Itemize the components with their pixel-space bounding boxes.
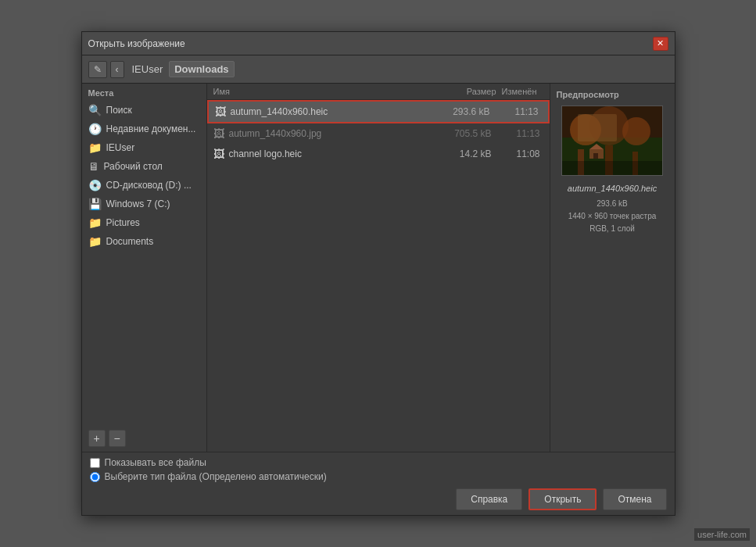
svg-point-4 [622,117,650,145]
show-all-files-label: Показывать все файлы [105,457,206,468]
edit-button[interactable]: ✎ [88,61,107,78]
file-area: Имя Размер Изменён 🖼 autumn_1440x960.hei… [207,84,550,452]
sidebar-item-recent[interactable]: 🕐 Недавние докумен... [82,120,206,138]
file-date-2: 11:08 [496,148,543,159]
file-date-0: 11:13 [495,106,542,117]
open-button[interactable]: Открыть [528,488,597,510]
bottom-actions: Справка Открыть Отмена [90,488,667,510]
cancel-button[interactable]: Отмена [603,488,666,510]
file-size-2: 14.2 kB [429,148,492,159]
dialog-title: Открыть изображение [88,38,185,49]
sidebar-item-ieuser[interactable]: 📁 IEUser [82,138,206,157]
svg-rect-10 [593,153,598,159]
file-row-2[interactable]: 🖼 channel logo.heic 14.2 kB 11:08 [207,144,550,164]
file-type-radio[interactable] [90,472,100,482]
breadcrumb: IEUser Downloads [127,61,235,77]
sidebar-label-windows: Windows 7 (C:) [106,198,170,209]
desktop-icon: 🖥 [88,160,99,173]
drive-icon: 💾 [88,198,102,210]
add-bookmark-button[interactable]: + [88,430,106,447]
svg-point-3 [589,106,629,145]
col-header-date: Изменён [496,87,543,96]
breadcrumb-ieuser[interactable]: IEUser [127,62,168,77]
sidebar-item-documents[interactable]: 📁 Documents [82,232,206,251]
preview-panel: Предпросмотр [550,84,675,452]
bottom-bar: Показывать все файлы Выберите тип файла … [82,452,675,515]
sidebar-item-windows[interactable]: 💾 Windows 7 (C:) [82,195,206,213]
sidebar-label-ieuser: IEUser [106,142,135,153]
remove-bookmark-button[interactable]: − [109,430,126,447]
sidebar-label-search: Поиск [106,105,132,116]
sidebar-label-desktop: Рабочий стол [104,161,163,172]
help-button[interactable]: Справка [456,488,522,510]
sidebar: Места 🔍 Поиск 🕐 Недавние докумен... 📁 IE… [82,84,207,452]
col-header-name: Имя [213,87,434,96]
folder-icon-1: 📁 [88,141,102,154]
file-type-label: Выберите тип файла (Определено автоматич… [105,471,327,482]
show-all-files-checkbox[interactable] [90,458,100,468]
sidebar-item-desktop[interactable]: 🖥 Рабочий стол [82,157,206,176]
file-type-row[interactable]: Выберите тип файла (Определено автоматич… [90,471,667,482]
bottom-options: Показывать все файлы Выберите тип файла … [90,457,667,482]
svg-rect-11 [562,161,663,176]
preview-image [561,105,663,176]
sidebar-bottom: + − [82,425,206,452]
toolbar: ✎ ‹ IEUser Downloads [82,55,675,84]
file-row-0[interactable]: 🖼 autumn_1440x960.heic 293.6 kB 11:13 [207,100,550,123]
sidebar-item-cd[interactable]: 💿 CD-дисковод (D:) ... [82,176,206,195]
main-content: Места 🔍 Поиск 🕐 Недавние докумен... 📁 IE… [82,84,675,452]
folder-icon-2: 📁 [88,216,102,229]
file-name-1: autumn_1440x960.jpg [229,128,425,139]
preview-label: Предпросмотр [557,90,619,99]
file-icon-0: 🖼 [215,105,226,118]
sidebar-item-pictures[interactable]: 📁 Pictures [82,213,206,232]
sidebar-label-cd: CD-дисковод (D:) ... [106,180,192,191]
title-bar: Открыть изображение ✕ [82,32,675,55]
breadcrumb-downloads[interactable]: Downloads [169,61,234,77]
watermark: user-life.com [694,528,750,541]
preview-info: 293.6 kB 1440 × 960 точек растра RGB, 1 … [568,198,657,235]
sidebar-item-search[interactable]: 🔍 Поиск [82,101,206,120]
file-list-header: Имя Размер Изменён [207,84,550,100]
sidebar-label-recent: Недавние докумен... [106,123,196,134]
open-image-dialog: Открыть изображение ✕ ✎ ‹ IEUser Downloa… [81,31,675,516]
sidebar-label-pictures: Pictures [106,217,140,228]
svg-point-2 [570,114,601,145]
sidebar-header: Места [82,84,206,101]
col-header-size: Размер [434,87,496,96]
preview-filename: autumn_1440x960.heic [568,184,657,193]
cd-icon: 💿 [88,179,102,191]
file-date-1: 11:13 [496,128,543,139]
search-icon: 🔍 [88,104,102,116]
file-list: 🖼 autumn_1440x960.heic 293.6 kB 11:13 🖼 … [207,100,550,452]
file-icon-1: 🖼 [213,127,224,140]
file-icon-2: 🖼 [213,148,224,160]
folder-icon-3: 📁 [88,235,102,248]
close-button[interactable]: ✕ [653,37,668,51]
file-name-0: autumn_1440x960.heic [231,106,423,117]
file-name-2: channel logo.heic [229,148,425,159]
file-size-1: 705.5 kB [429,128,492,139]
recent-icon: 🕐 [88,123,102,135]
file-row-1[interactable]: 🖼 autumn_1440x960.jpg 705.5 kB 11:13 [207,123,550,144]
file-size-0: 293.6 kB [428,106,490,117]
sidebar-label-documents: Documents [106,236,154,247]
show-all-files-row[interactable]: Показывать все файлы [90,457,667,468]
back-button[interactable]: ‹ [110,61,124,78]
